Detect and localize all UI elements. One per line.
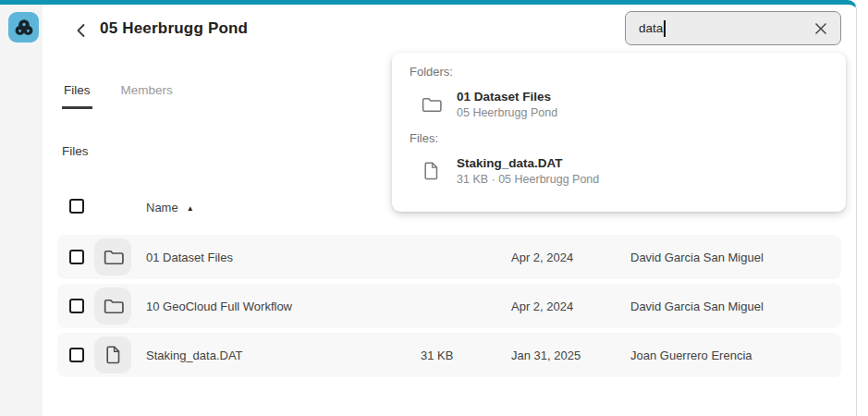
search-input-value: data [639, 21, 663, 35]
result-subtitle: 31 KB · 05 Heerbrugg Pond [457, 173, 599, 186]
row-checkbox[interactable] [69, 348, 84, 362]
files-section-heading: Files [62, 144, 89, 158]
file-list: 01 Dataset Files Apr 2, 2024 David Garci… [57, 235, 841, 382]
folder-icon [102, 295, 125, 318]
files-section-label: Files: [410, 131, 827, 145]
search-result-file[interactable]: Staking_data.DAT 31 KB · 05 Heerbrugg Po… [419, 156, 827, 186]
sort-ascending-icon[interactable]: ▲ [187, 204, 194, 213]
table-row[interactable]: Staking_data.DAT 31 KB Jan 31, 2025 Joan… [57, 333, 841, 377]
close-icon [813, 21, 828, 36]
file-date: Jan 31, 2025 [511, 349, 581, 362]
tab-files[interactable]: Files [62, 83, 92, 109]
table-row[interactable]: 10 GeoCloud Full Workflow Apr 2, 2024 Da… [57, 284, 841, 328]
text-cursor [664, 20, 666, 37]
result-subtitle: 05 Heerbrugg Pond [457, 106, 557, 119]
app-logo[interactable] [8, 12, 39, 43]
row-icon-container [94, 239, 131, 275]
table-row[interactable]: 01 Dataset Files Apr 2, 2024 David Garci… [57, 235, 841, 279]
geocloud-logo-icon [12, 16, 36, 40]
file-name[interactable]: Staking_data.DAT [146, 349, 243, 362]
search-results-dropdown: Folders: 01 Dataset Files 05 Heerbrugg P… [392, 53, 846, 212]
tab-members[interactable]: Members [119, 83, 175, 109]
clear-search-button[interactable] [813, 21, 828, 36]
file-owner: David Garcia San Miguel [630, 300, 764, 313]
result-title: 01 Dataset Files [457, 90, 557, 104]
file-owner: David Garcia San Miguel [630, 251, 764, 264]
name-column-header[interactable]: Name▲ [146, 201, 194, 214]
file-name[interactable]: 01 Dataset Files [146, 251, 233, 264]
file-size: 31 KB [421, 349, 453, 362]
result-title: Staking_data.DAT [457, 156, 599, 170]
file-date: Apr 2, 2024 [511, 251, 573, 264]
folder-icon [419, 92, 443, 116]
file-icon [102, 344, 124, 366]
folders-section-label: Folders: [410, 65, 827, 79]
row-icon-container [94, 288, 131, 324]
page-title: 05 Heerbrugg Pond [100, 19, 248, 38]
folder-icon [102, 246, 125, 269]
file-date: Apr 2, 2024 [511, 300, 573, 313]
file-name[interactable]: 10 GeoCloud Full Workflow [146, 300, 292, 313]
app-sidebar [0, 5, 43, 416]
search-result-folder[interactable]: 01 Dataset Files 05 Heerbrugg Pond [419, 90, 827, 119]
select-all-checkbox[interactable] [69, 199, 84, 214]
row-checkbox[interactable] [69, 250, 84, 264]
chevron-left-icon [73, 22, 90, 39]
back-button[interactable] [73, 22, 90, 39]
search-input[interactable]: data [625, 11, 841, 45]
row-checkbox[interactable] [69, 299, 84, 313]
file-owner: Joan Guerrero Erencia [630, 349, 752, 362]
row-icon-container [94, 336, 131, 373]
tab-bar: Files Members [62, 83, 175, 109]
file-icon [419, 159, 443, 183]
